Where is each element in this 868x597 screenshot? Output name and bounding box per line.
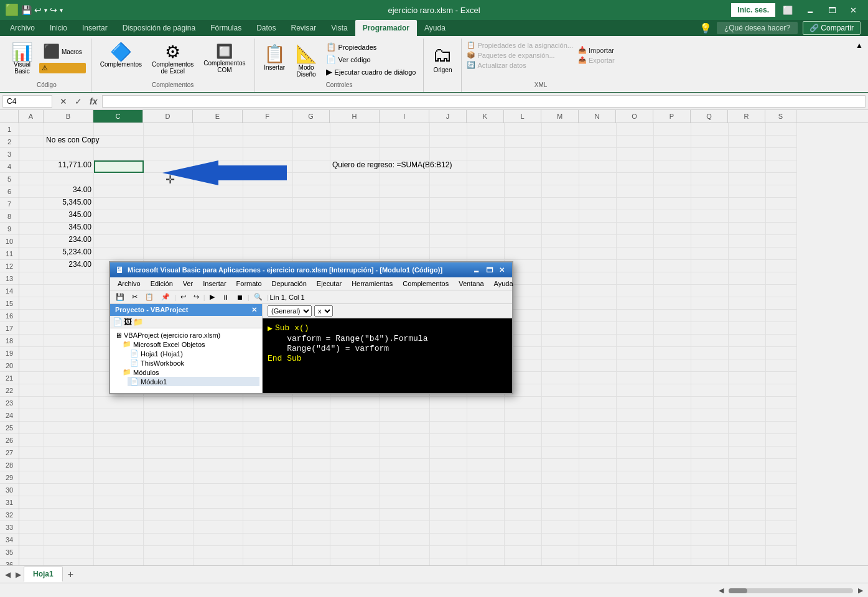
vba-menu-edicion[interactable]: Edición: [146, 279, 178, 289]
cell-I26[interactable]: [380, 434, 430, 447]
cell-F8[interactable]: [243, 210, 293, 223]
cell-H31[interactable]: [330, 496, 380, 509]
cell-S19[interactable]: [766, 347, 797, 359]
cell-I9[interactable]: [380, 223, 430, 235]
cell-C29[interactable]: [94, 471, 144, 484]
cell-N8[interactable]: [579, 210, 617, 223]
cell-G28[interactable]: [293, 459, 330, 471]
cell-E26[interactable]: [194, 434, 243, 447]
cell-D25[interactable]: [144, 422, 194, 434]
cell-J1[interactable]: [430, 123, 467, 136]
cell-D35[interactable]: [144, 546, 194, 558]
cell-H24[interactable]: [330, 409, 380, 422]
cell-B29[interactable]: [44, 471, 94, 484]
row-header-12[interactable]: 12: [0, 260, 19, 272]
cell-L30[interactable]: [505, 484, 542, 496]
cell-O8[interactable]: [617, 210, 654, 223]
cell-A32[interactable]: [19, 509, 44, 521]
cell-M20[interactable]: [542, 359, 579, 372]
cell-S13[interactable]: [766, 272, 797, 285]
vba-project-close-button[interactable]: ✕: [251, 306, 257, 314]
vba-menu-archivo[interactable]: Archivo: [113, 279, 146, 289]
cell-Q30[interactable]: [691, 484, 729, 496]
cell-G10[interactable]: [293, 235, 330, 248]
cell-M25[interactable]: [542, 422, 579, 434]
cell-M24[interactable]: [542, 409, 579, 422]
cell-R12[interactable]: [729, 260, 766, 272]
cell-J8[interactable]: [430, 210, 467, 223]
cell-C2[interactable]: [94, 136, 144, 148]
cell-P17[interactable]: [654, 322, 691, 335]
cell-P31[interactable]: [654, 496, 691, 509]
cell-L36[interactable]: [505, 558, 542, 565]
cell-O21[interactable]: [617, 372, 654, 384]
cell-E4[interactable]: [194, 160, 243, 173]
cell-L7[interactable]: [505, 198, 542, 210]
cell-H10[interactable]: [330, 235, 380, 248]
cell-O14[interactable]: [617, 285, 654, 297]
vba-tree-thisworkbook[interactable]: 📄 ThisWorkbook: [128, 358, 259, 368]
cell-D29[interactable]: [144, 471, 194, 484]
cell-F7[interactable]: [243, 198, 293, 210]
cell-I32[interactable]: [380, 509, 430, 521]
cell-A23[interactable]: [19, 397, 44, 409]
cell-S20[interactable]: [766, 359, 797, 372]
cell-O16[interactable]: [617, 310, 654, 322]
cell-M10[interactable]: [542, 235, 579, 248]
cell-R6[interactable]: [729, 185, 766, 198]
cell-G31[interactable]: [293, 496, 330, 509]
cell-F29[interactable]: [243, 471, 293, 484]
quick-undo-arrow[interactable]: ▾: [44, 7, 47, 14]
cell-K24[interactable]: [467, 409, 505, 422]
cell-S21[interactable]: [766, 372, 797, 384]
cell-O7[interactable]: [617, 198, 654, 210]
cell-Q27[interactable]: [691, 447, 729, 459]
cell-M2[interactable]: [542, 136, 579, 148]
cell-K27[interactable]: [467, 447, 505, 459]
cell-G6[interactable]: [293, 185, 330, 198]
cell-K36[interactable]: [467, 558, 505, 565]
cell-P21[interactable]: [654, 372, 691, 384]
vba-code-panel[interactable]: ▶ Sub x() varform = Range("b4").Formula …: [263, 318, 512, 393]
cell-M4[interactable]: [542, 160, 579, 173]
cell-D9[interactable]: [144, 223, 194, 235]
cell-S25[interactable]: [766, 422, 797, 434]
cell-G11[interactable]: [293, 248, 330, 260]
cell-P28[interactable]: [654, 459, 691, 471]
cell-N27[interactable]: [579, 447, 617, 459]
cell-Q4[interactable]: [691, 160, 729, 173]
cell-B8[interactable]: 345.00: [44, 210, 94, 223]
cell-G5[interactable]: [293, 173, 330, 185]
cell-J5[interactable]: [430, 173, 467, 185]
cell-H35[interactable]: [330, 546, 380, 558]
cell-H26[interactable]: [330, 434, 380, 447]
cell-K23[interactable]: [467, 397, 505, 409]
cell-C25[interactable]: [94, 422, 144, 434]
cell-H8[interactable]: [330, 210, 380, 223]
cell-F26[interactable]: [243, 434, 293, 447]
cell-P34[interactable]: [654, 534, 691, 546]
cell-A35[interactable]: [19, 546, 44, 558]
cell-J2[interactable]: [430, 136, 467, 148]
cell-P24[interactable]: [654, 409, 691, 422]
cell-D26[interactable]: [144, 434, 194, 447]
cell-L33[interactable]: [505, 521, 542, 534]
cell-N3[interactable]: [579, 148, 617, 160]
cell-D4[interactable]: [144, 160, 194, 173]
cell-Q29[interactable]: [691, 471, 729, 484]
cell-E5[interactable]: [194, 173, 243, 185]
vba-menu-ver[interactable]: Ver: [178, 279, 198, 289]
cell-S24[interactable]: [766, 409, 797, 422]
quick-save[interactable]: 💾: [21, 5, 32, 15]
title-extra-btn[interactable]: ⬜: [777, 3, 799, 17]
modo-diseno-button[interactable]: 📐 ModoDiseño: [292, 41, 321, 80]
cell-Q22[interactable]: [691, 384, 729, 397]
cell-B21[interactable]: [44, 372, 94, 384]
close-button[interactable]: ✕: [844, 3, 863, 17]
cell-N33[interactable]: [579, 521, 617, 534]
cell-E1[interactable]: [194, 123, 243, 136]
cell-L5[interactable]: [505, 173, 542, 185]
cell-K30[interactable]: [467, 484, 505, 496]
cell-A31[interactable]: [19, 496, 44, 509]
cell-N4[interactable]: [579, 160, 617, 173]
